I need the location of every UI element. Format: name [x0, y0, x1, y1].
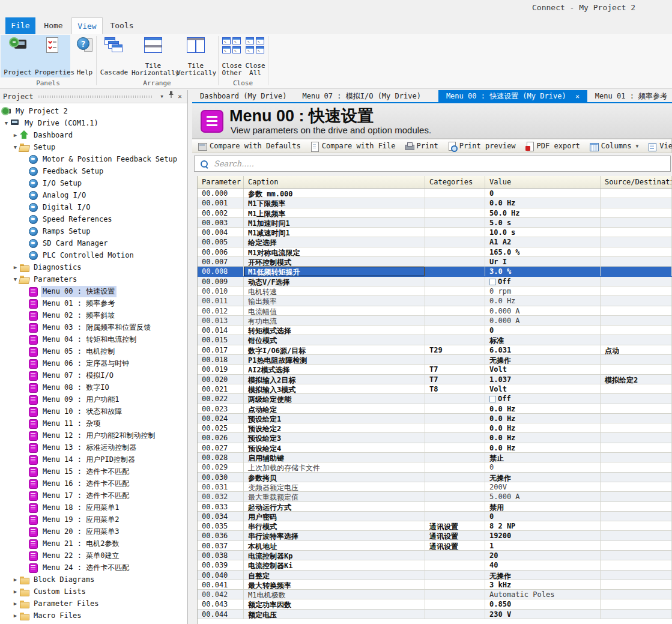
tree-item[interactable]: Menu 03 : 附属频率和位置反馈 — [0, 321, 187, 333]
cell-value[interactable]: 0.0 Hz — [485, 414, 601, 423]
tree-item[interactable]: Menu 02 : 频率斜坡 — [0, 309, 187, 321]
cell-value[interactable]: 0.000 A — [485, 316, 601, 325]
table-row[interactable]: 00.029上次加载的存储卡文件0 — [198, 462, 672, 472]
table-row[interactable]: 00.002M1上限频率50.0 Hz — [198, 208, 672, 218]
table-row[interactable]: 00.004M1减速时间110.0 s — [198, 228, 672, 237]
tree-item[interactable]: Feedback Setup — [0, 165, 187, 177]
tree-item[interactable]: Menu 18 : 应用菜单1 — [0, 501, 187, 513]
properties-panel-button[interactable]: Properties — [35, 36, 70, 77]
collapse-arrow-icon[interactable]: ▼ — [11, 276, 19, 282]
tree-item[interactable]: Menu 06 : 定序器与时钟 — [0, 357, 187, 369]
tree-item[interactable]: Menu 04 : 转矩和电流控制 — [0, 333, 187, 345]
tree-item[interactable]: ▶Diagnostics — [0, 261, 187, 273]
cell-value[interactable]: 1 — [485, 541, 601, 550]
document-tab[interactable]: Menu 01 : 频率参考 (My Drive) — [587, 90, 672, 102]
tree-item[interactable]: SD Card Manager — [0, 237, 187, 249]
search-input[interactable]: Search..... — [194, 156, 671, 172]
collapse-arrow-icon[interactable]: ▼ — [11, 144, 19, 150]
tree-item[interactable]: ▶Dashboard — [0, 129, 187, 141]
cell-value[interactable]: 10.0 s — [485, 228, 601, 237]
cell-value[interactable]: 无操作 — [485, 473, 601, 482]
cell-value[interactable]: 0 — [485, 326, 601, 335]
tree-item[interactable]: Menu 09 : 用户功能1 — [0, 393, 187, 405]
cell-value[interactable]: 标准 — [485, 335, 601, 344]
ribbon-tab-view[interactable]: View — [71, 17, 103, 34]
tree-item[interactable]: Menu 16 : 选件卡不匹配 — [0, 477, 187, 489]
table-row[interactable]: 00.017数字I/O6源/目标T296.031点动 — [198, 345, 672, 355]
cell-value[interactable]: 20 — [485, 551, 601, 560]
tree-item[interactable]: Digital I/O — [0, 201, 187, 213]
table-row[interactable]: 00.044额定电压230 V — [198, 610, 672, 619]
tree-item[interactable]: Menu 05 : 电机控制 — [0, 345, 187, 357]
cell-value[interactable]: 200V — [485, 482, 601, 491]
document-tab-active[interactable]: Menu 00 : 快速设置 (My Drive) ✕ — [438, 90, 587, 102]
tree-item[interactable]: Menu 13 : 标准运动控制器 — [0, 441, 187, 453]
table-row[interactable]: 00.015钳位模式标准 — [198, 335, 672, 345]
table-row[interactable]: 00.040自整定无操作 — [198, 571, 672, 580]
table-row[interactable]: 00.005给定选择A1 A2 — [198, 237, 672, 247]
cell-value[interactable]: 0.0 Hz — [485, 296, 601, 305]
column-header-categories[interactable]: Categories — [425, 176, 485, 188]
cell-value[interactable]: 0.850 — [485, 599, 601, 608]
table-row[interactable]: 00.022两级给定使能Off — [198, 394, 672, 404]
table-row[interactable]: 00.034用户密码0 — [198, 512, 672, 521]
table-row[interactable]: 00.036串行波特率选择通讯设置19200 — [198, 531, 672, 541]
table-row[interactable]: 00.011输出频率0.0 Hz — [198, 296, 672, 306]
tree-item[interactable]: Analog I/O — [0, 189, 187, 201]
print-preview-button[interactable]: Print preview — [447, 142, 516, 151]
close-all-button[interactable]: Close All — [244, 36, 266, 77]
tree-item[interactable]: Menu 24 : 选件卡不匹配 — [0, 562, 187, 574]
tree-item[interactable]: Menu 17 : 选件卡不匹配 — [0, 489, 187, 501]
cell-value[interactable]: 165.0 % — [485, 247, 601, 256]
cell-value[interactable]: 19200 — [485, 531, 601, 540]
document-tab[interactable]: Dashboard (My Drive) — [192, 90, 295, 102]
ribbon-tab-tools[interactable]: Tools — [103, 17, 141, 34]
panel-pin-icon[interactable] — [166, 91, 175, 103]
table-row[interactable]: 00.033起动运行方式禁用 — [198, 502, 672, 512]
table-row[interactable]: 00.041最大转换频率3 kHz — [198, 580, 672, 590]
tree-item[interactable]: Menu 08 : 数字IO — [0, 381, 187, 393]
cell-value[interactable]: Ur I — [485, 257, 601, 266]
expand-arrow-icon[interactable]: ▶ — [11, 264, 19, 270]
cell-value[interactable]: 禁用 — [485, 502, 601, 511]
cell-value[interactable]: 0 — [485, 462, 601, 471]
cell-value[interactable]: Automatic Poles — [485, 590, 601, 599]
cell-value[interactable]: 禁止 — [485, 453, 601, 462]
table-row[interactable]: 00.037本机地址通讯设置1 — [198, 541, 672, 551]
document-tab[interactable]: Menu 07 : 模拟I/O (My Drive) — [295, 90, 429, 102]
tree-item[interactable]: Menu 19 : 应用菜单2 — [0, 513, 187, 526]
tile-horizontally-button[interactable]: Tile Horizontally — [132, 36, 175, 77]
table-row[interactable]: 00.020模拟输入2目标T71.037模拟给定2 — [198, 375, 672, 384]
ribbon-tab-file[interactable]: File — [5, 17, 35, 34]
cell-value[interactable]: 0 — [485, 189, 601, 198]
tile-vertically-button[interactable]: Tile Vertically — [177, 36, 215, 77]
tab-close-icon[interactable]: ✕ — [572, 92, 580, 100]
expand-arrow-icon[interactable]: ▶ — [11, 589, 19, 595]
help-button[interactable]: ? Help — [73, 36, 97, 77]
cell-value[interactable]: 0.0 Hz — [485, 443, 601, 452]
expand-arrow-icon[interactable]: ▶ — [11, 601, 19, 607]
table-row[interactable]: 00.014转矩模式选择0 — [198, 326, 672, 335]
tree-item[interactable]: Menu 15 : 选件卡不匹配 — [0, 465, 187, 477]
table-row[interactable]: 00.039电流控制器Ki40 — [198, 560, 672, 570]
column-header-value[interactable]: Value — [485, 176, 601, 188]
print-button[interactable]: Print — [405, 142, 438, 151]
table-row[interactable]: 00.006M1对称电流限定165.0 % — [198, 247, 672, 257]
table-row[interactable]: 00.012电流幅值0.000 A — [198, 306, 672, 316]
table-row[interactable]: 00.007开环控制模式Ur I — [198, 257, 672, 267]
table-row[interactable]: 00.001M1下限频率0.0 Hz — [198, 198, 672, 208]
tree-item[interactable]: Menu 20 : 应用菜单3 — [0, 526, 187, 538]
collapse-arrow-icon[interactable]: ▼ — [2, 120, 10, 126]
tree-item[interactable]: Speed References — [0, 213, 187, 225]
cell-value[interactable]: Off — [485, 277, 601, 286]
table-row[interactable]: 00.032最大重载额定值5.000 A — [198, 492, 672, 501]
tree-item[interactable]: PLC Controlled Motion — [0, 249, 187, 261]
tree-item[interactable]: ▶Parameter Files — [0, 598, 187, 610]
tree-item[interactable]: Ramps Setup — [0, 225, 187, 237]
table-row[interactable]: 00.027预设给定40.0 Hz — [198, 443, 672, 453]
table-row[interactable]: 00.018P1热电阻故障检测无操作 — [198, 355, 672, 365]
cell-value[interactable]: A1 A2 — [485, 237, 601, 246]
table-row[interactable]: 00.023点动给定0.0 Hz — [198, 404, 672, 414]
table-row[interactable]: 00.035串行模式通讯设置8 2 NP — [198, 521, 672, 531]
expand-arrow-icon[interactable]: ▶ — [11, 577, 19, 583]
